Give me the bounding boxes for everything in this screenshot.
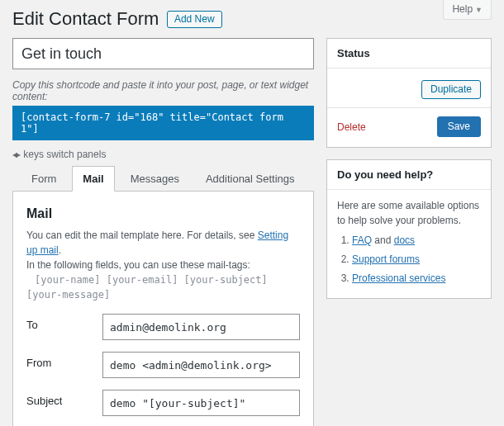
status-heading: Status xyxy=(327,39,491,69)
delete-link[interactable]: Delete xyxy=(337,121,366,133)
save-button[interactable]: Save xyxy=(437,116,481,137)
arrows-horizontal-icon: ◂▸ xyxy=(12,149,19,160)
list-item: Professional services xyxy=(352,271,481,286)
subject-label: Subject xyxy=(26,390,102,407)
help-intro: Here are some available options to help … xyxy=(337,198,481,228)
help-box: Do you need help? Here are some availabl… xyxy=(326,159,492,299)
duplicate-button[interactable]: Duplicate xyxy=(421,80,481,99)
to-label: To xyxy=(26,314,102,331)
subject-input[interactable] xyxy=(102,390,300,416)
help-list: FAQ and docs Support forums Professional… xyxy=(337,233,481,286)
keys-switch-hint: ◂▸ keys switch panels xyxy=(12,149,314,160)
from-input[interactable] xyxy=(102,352,300,378)
shortcode-note: Copy this shortcode and paste it into yo… xyxy=(12,79,314,102)
list-item: FAQ and docs xyxy=(352,233,481,248)
mail-panel: Mail You can edit the mail template here… xyxy=(12,192,314,426)
list-item: Support forums xyxy=(352,252,481,267)
docs-link[interactable]: docs xyxy=(394,234,415,246)
chevron-down-icon: ▼ xyxy=(475,6,483,14)
faq-link[interactable]: FAQ xyxy=(352,234,372,246)
help-tab[interactable]: Help▼ xyxy=(443,0,492,20)
from-label: From xyxy=(26,352,102,369)
to-input[interactable] xyxy=(102,314,300,340)
professional-services-link[interactable]: Professional services xyxy=(352,272,445,284)
tab-mail[interactable]: Mail xyxy=(72,166,114,192)
form-title-input[interactable] xyxy=(12,38,314,69)
tab-additional-settings[interactable]: Additional Settings xyxy=(195,166,306,192)
support-forums-link[interactable]: Support forums xyxy=(352,253,420,265)
tab-messages[interactable]: Messages xyxy=(120,166,190,192)
page-title: Edit Contact Form xyxy=(12,8,159,30)
panel-tabs: Form Mail Messages Additional Settings xyxy=(12,165,314,192)
mail-heading: Mail xyxy=(26,206,300,221)
help-heading: Do you need help? xyxy=(327,160,491,190)
add-new-button[interactable]: Add New xyxy=(167,11,222,28)
shortcode-display[interactable]: [contact-form-7 id="168" title="Contact … xyxy=(12,106,314,140)
mail-tags: [your-name] [your-email] [your-subject] … xyxy=(26,274,268,301)
status-box: Status Duplicate Delete Save xyxy=(326,38,492,148)
tab-form[interactable]: Form xyxy=(21,166,67,192)
help-tab-label: Help xyxy=(452,3,473,15)
mail-desc: You can edit the mail template here. For… xyxy=(26,228,300,302)
